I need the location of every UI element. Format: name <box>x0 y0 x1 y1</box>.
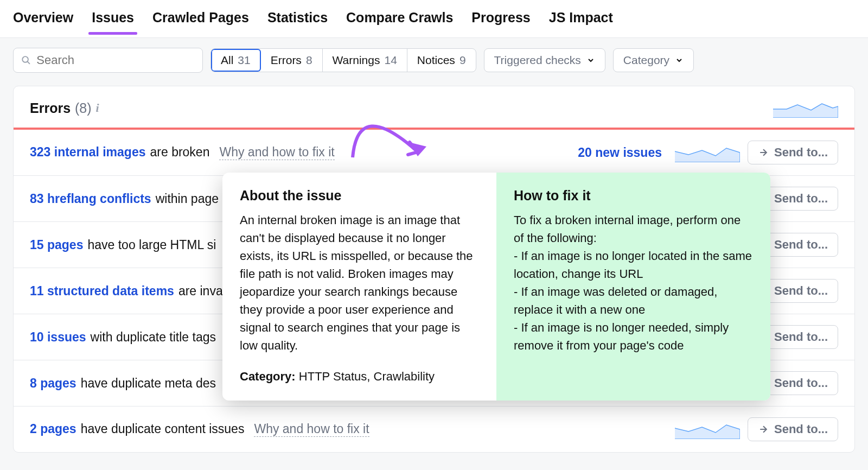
issue-link[interactable]: 8 pages <box>30 376 76 391</box>
sparkline-header <box>773 98 838 118</box>
issue-suffix: have duplicate content issues <box>81 422 245 436</box>
tooltip-about: About the issue An internal broken image… <box>222 173 496 401</box>
chevron-down-icon <box>586 56 595 65</box>
section-count: (8) <box>75 100 92 116</box>
issue-link[interactable]: 15 pages <box>30 238 83 252</box>
fix-title: How to fix it <box>514 188 753 204</box>
why-and-how-link[interactable]: Why and how to fix it <box>254 422 369 437</box>
tab-statistics[interactable]: Statistics <box>267 10 328 32</box>
about-title: About the issue <box>240 188 479 204</box>
tab-progress[interactable]: Progress <box>471 10 530 32</box>
type-filter-group: All 31Errors 8Warnings 14Notices 9 <box>210 48 476 72</box>
filter-errors[interactable]: Errors 8 <box>261 49 323 72</box>
category-value: HTTP Status, Crawlability <box>299 370 435 383</box>
main-tabs: OverviewIssuesCrawled PagesStatisticsCom… <box>0 0 868 38</box>
category-label: Category: <box>240 370 296 383</box>
tab-overview[interactable]: Overview <box>13 10 73 32</box>
tab-js-impact[interactable]: JS Impact <box>549 10 613 32</box>
svg-point-0 <box>22 56 28 62</box>
issue-link[interactable]: 83 hreflang conflicts <box>30 192 151 206</box>
filter-all[interactable]: All 31 <box>211 49 261 72</box>
issue-link[interactable]: 323 internal images <box>30 145 146 160</box>
why-and-how-link[interactable]: Why and how to fix it <box>219 145 334 160</box>
filter-warnings[interactable]: Warnings 14 <box>323 49 407 72</box>
issue-suffix: have too large HTML si <box>87 238 216 252</box>
search-input[interactable] <box>36 53 195 67</box>
send-to-button[interactable]: Send to... <box>748 141 838 164</box>
tooltip-fix: How to fix it To fix a broken internal i… <box>496 173 770 401</box>
send-to-button[interactable]: Send to... <box>748 417 838 441</box>
dropdown-triggered-checks[interactable]: Triggered checks <box>484 48 605 72</box>
issue-suffix: with duplicate title tags <box>91 330 216 345</box>
issue-link[interactable]: 11 structured data items <box>30 284 174 298</box>
fix-body: To fix a broken internal image, perform … <box>514 211 753 354</box>
sparkline-row <box>675 420 740 439</box>
new-issues-link[interactable]: 20 new issues <box>578 145 662 160</box>
filter-bar: All 31Errors 8Warnings 14Notices 9 Trigg… <box>0 38 868 82</box>
info-icon[interactable]: i <box>96 101 99 115</box>
panel-header: Errors (8) i <box>14 86 854 128</box>
about-body: An internal broken image is an image tha… <box>240 211 479 354</box>
tab-crawled-pages[interactable]: Crawled Pages <box>152 10 249 32</box>
issue-suffix: have duplicate meta des <box>81 376 216 391</box>
svg-line-1 <box>27 61 30 64</box>
issue-suffix: are inval <box>178 284 226 298</box>
issue-row: 323 internal imagesare brokenWhy and how… <box>14 130 854 176</box>
chevron-down-icon <box>675 56 684 65</box>
search-input-container[interactable] <box>13 48 203 73</box>
issue-link[interactable]: 10 issues <box>30 330 86 345</box>
issue-tooltip: About the issue An internal broken image… <box>222 173 770 401</box>
send-arrow-icon <box>758 424 769 435</box>
tab-compare-crawls[interactable]: Compare Crawls <box>346 10 453 32</box>
dropdown-category[interactable]: Category <box>613 48 694 72</box>
search-icon <box>21 55 31 66</box>
section-title: Errors <box>30 100 71 116</box>
tab-issues[interactable]: Issues <box>92 10 134 32</box>
sparkline-row <box>675 143 740 162</box>
issue-link[interactable]: 2 pages <box>30 422 76 436</box>
issue-row: 2 pageshave duplicate content issuesWhy … <box>14 407 854 452</box>
issue-suffix: within page <box>156 192 219 206</box>
issue-suffix: are broken <box>150 145 210 160</box>
filter-notices[interactable]: Notices 9 <box>407 49 476 72</box>
send-arrow-icon <box>758 147 769 158</box>
